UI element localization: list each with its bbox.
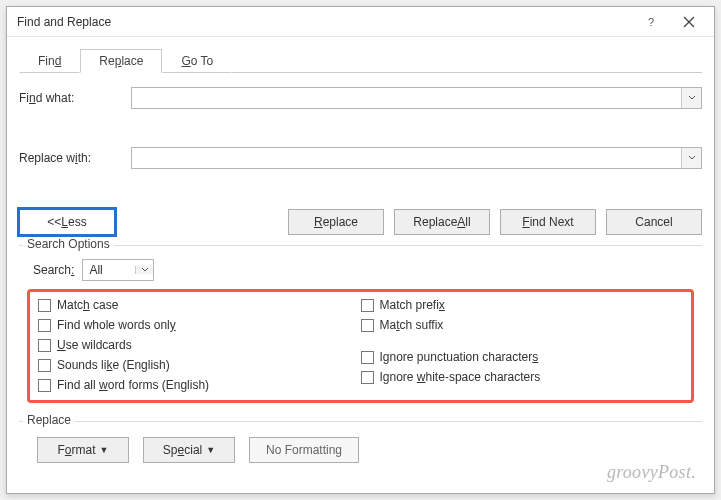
find-next-button[interactable]: Find Next [500,209,596,235]
search-direction-select[interactable]: All [82,259,154,281]
window-title: Find and Replace [17,15,632,29]
checkbox-col-right: Match prefix Match suffix Ignore punctua… [361,298,684,392]
titlebar: Find and Replace ? [7,7,714,37]
replace-all-button[interactable]: Replace All [394,209,490,235]
checkbox-col-left: Match case Find whole words only Use wil… [38,298,361,392]
tab-find[interactable]: Find [19,49,80,73]
close-button[interactable] [670,8,708,36]
replace-button[interactable]: Replace [288,209,384,235]
checkbox-highlight-area: Match case Find whole words only Use wil… [27,289,694,403]
find-what-label: Find what: [19,91,131,105]
chevron-down-icon [688,154,696,162]
find-what-value[interactable] [132,88,681,108]
search-direction-row: Search: All [33,259,694,281]
cancel-button[interactable]: Cancel [606,209,702,235]
dropdown-arrow-icon: ▼ [100,445,109,455]
replace-with-row: Replace with: [19,147,702,169]
checkbox-icon [38,379,51,392]
checkbox-icon [38,299,51,312]
checkbox-icon [361,371,374,384]
find-replace-dialog: Find and Replace ? Find Replace Go To [6,6,715,494]
checkbox-icon [361,319,374,332]
cb-wildcards[interactable]: Use wildcards [38,338,361,352]
close-icon [683,16,695,28]
chevron-down-icon [688,94,696,102]
cb-match-suffix[interactable]: Match suffix [361,318,684,332]
format-button[interactable]: Format ▼ [37,437,129,463]
replace-format-group: Replace Format ▼ Special ▼ No Formatting [19,421,702,469]
dialog-body: Find Replace Go To Find what: Replace [7,37,714,493]
replace-with-input[interactable] [131,147,702,169]
find-what-row: Find what: [19,87,702,109]
find-what-input[interactable] [131,87,702,109]
checkbox-icon [38,339,51,352]
search-options-legend: Search Options [23,237,114,251]
spacer [361,338,684,344]
search-options-group: Search Options Search: All Match case [19,245,702,413]
search-direction-value: All [83,263,135,277]
tab-replace[interactable]: Replace [80,49,162,73]
chevron-down-icon [141,266,149,274]
replace-format-buttons: Format ▼ Special ▼ No Formatting [37,437,694,463]
cb-ignore-whitespace[interactable]: Ignore white-space characters [361,370,684,384]
dropdown-arrow-icon: ▼ [206,445,215,455]
cb-whole-words[interactable]: Find whole words only [38,318,361,332]
help-button[interactable]: ? [632,8,670,36]
replace-format-legend: Replace [23,413,75,427]
find-what-dropdown[interactable] [681,88,701,108]
cb-match-case[interactable]: Match case [38,298,361,312]
no-formatting-button[interactable]: No Formatting [249,437,359,463]
less-button[interactable]: << Less [19,209,115,235]
checkbox-icon [38,359,51,372]
cb-word-forms[interactable]: Find all word forms (English) [38,378,361,392]
search-direction-label: Search: [33,263,74,277]
cb-match-prefix[interactable]: Match prefix [361,298,684,312]
replace-with-value[interactable] [132,148,681,168]
checkbox-icon [38,319,51,332]
checkbox-icon [361,299,374,312]
action-buttons: << Less Replace Replace All Find Next Ca… [19,209,702,235]
search-direction-dropdown[interactable] [135,266,153,274]
checkbox-icon [361,351,374,364]
replace-with-dropdown[interactable] [681,148,701,168]
special-button[interactable]: Special ▼ [143,437,235,463]
replace-with-label: Replace with: [19,151,131,165]
help-icon: ? [645,16,657,28]
tabstrip: Find Replace Go To [19,47,702,73]
svg-text:?: ? [648,16,654,28]
cb-ignore-punct[interactable]: Ignore punctuation characters [361,350,684,364]
tab-goto[interactable]: Go To [162,49,232,73]
cb-sounds-like[interactable]: Sounds like (English) [38,358,361,372]
